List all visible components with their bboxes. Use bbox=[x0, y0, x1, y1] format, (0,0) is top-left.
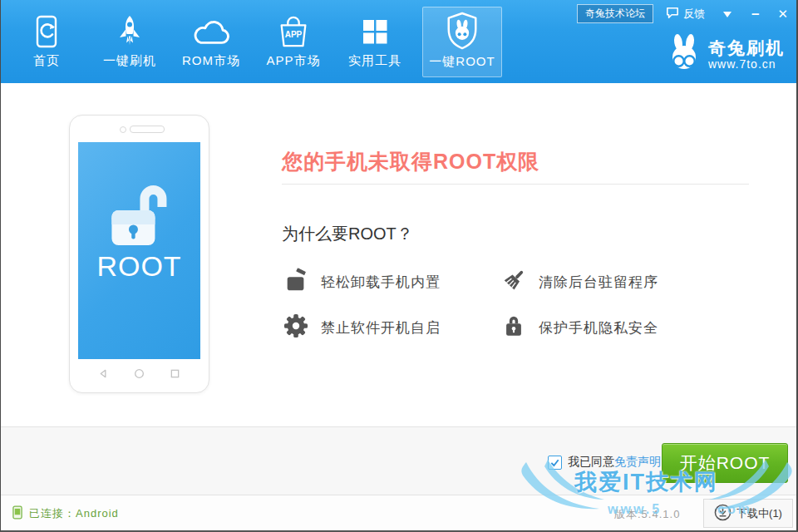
nav-flash[interactable]: 一键刷机 bbox=[90, 7, 170, 77]
feature-label: 保护手机隐私安全 bbox=[539, 318, 658, 337]
nav-label: APP市场 bbox=[254, 53, 333, 69]
nav-home[interactable]: 首页 bbox=[7, 7, 86, 77]
connection-status: 已连接：Android bbox=[12, 505, 119, 522]
titlebar-controls: 奇兔技术论坛 反馈 – ✕ bbox=[577, 4, 788, 23]
brand-logo: 奇兔刷机 www.7to.cn bbox=[667, 33, 785, 76]
lock-icon bbox=[501, 313, 526, 342]
phone-illustration: ROOT bbox=[69, 115, 209, 393]
close-button[interactable]: ✕ bbox=[777, 7, 788, 22]
phone-screen: ROOT bbox=[78, 142, 200, 359]
connected-phone-icon bbox=[12, 505, 22, 522]
agree-checkbox[interactable] bbox=[548, 456, 562, 470]
android-nav-buttons bbox=[70, 367, 209, 382]
disclaimer-link[interactable]: 免责声明 bbox=[614, 455, 661, 470]
nav-tools[interactable]: 实用工具 bbox=[335, 7, 415, 77]
divider-line bbox=[282, 184, 749, 185]
back-icon bbox=[98, 367, 109, 382]
tools-grid-icon bbox=[335, 7, 415, 50]
gear-icon bbox=[283, 313, 308, 342]
feature-autostart: 禁止软件开机自启 bbox=[283, 313, 441, 342]
download-icon bbox=[714, 504, 732, 524]
speech-bubble-icon bbox=[666, 7, 679, 22]
nav-label: 一键ROOT bbox=[423, 54, 501, 70]
broom-icon bbox=[501, 268, 526, 296]
nav-label: 一键刷机 bbox=[90, 53, 170, 69]
nav-label: 首页 bbox=[7, 53, 86, 69]
feature-clean: 清除后台驻留程序 bbox=[501, 268, 658, 296]
main-content: ROOT 您的手机未 bbox=[1, 83, 796, 426]
svg-text:APP: APP bbox=[285, 30, 303, 39]
forum-button[interactable]: 奇兔技术论坛 bbox=[577, 4, 653, 23]
page-title: 您的手机未取得ROOT权限 bbox=[282, 148, 539, 175]
download-status-button[interactable]: 下载中(1) bbox=[703, 499, 793, 528]
agree-label: 我已同意 bbox=[568, 455, 614, 470]
nav-one-key-root[interactable]: 一键ROOT bbox=[422, 7, 502, 77]
phone-camera-dot bbox=[120, 126, 126, 133]
brand-name: 奇兔刷机 bbox=[708, 38, 785, 57]
feature-privacy: 保护手机隐私安全 bbox=[501, 313, 658, 342]
nav-label: ROM市场 bbox=[171, 53, 251, 69]
feature-label: 清除后台驻留程序 bbox=[539, 273, 658, 292]
version-label: 版本:5.4.1.0 bbox=[614, 507, 680, 522]
status-bar: 已连接：Android 版本:5.4.1.0 下载中(1) bbox=[1, 495, 796, 530]
why-root-heading: 为什么要ROOT？ bbox=[282, 223, 413, 245]
shield-rabbit-icon bbox=[423, 7, 501, 51]
download-label: 下载中(1) bbox=[736, 506, 782, 521]
rocket-icon bbox=[90, 7, 170, 50]
phone-speaker-slot bbox=[130, 126, 165, 133]
nav-rom-market[interactable]: ROM市场 bbox=[171, 7, 251, 77]
chevron-down-icon[interactable] bbox=[723, 12, 732, 22]
unlock-icon bbox=[106, 177, 178, 254]
header-bar: 首页 一键刷机 bbox=[1, 0, 796, 83]
rabbit-logo-icon bbox=[667, 33, 702, 76]
agree-row: 我已同意 免责声明 bbox=[548, 455, 661, 470]
nav-app-market[interactable]: APP APP市场 bbox=[254, 7, 333, 77]
feature-label: 禁止软件开机自启 bbox=[321, 318, 441, 337]
cloud-icon bbox=[171, 7, 251, 50]
action-bar: 我已同意 免责声明 开始ROOT bbox=[1, 426, 796, 495]
brand-url: www.7to.cn bbox=[708, 57, 785, 71]
recent-square-icon bbox=[170, 367, 180, 382]
home-circle-icon bbox=[134, 367, 145, 382]
app-window: 首页 一键刷机 bbox=[0, 0, 798, 532]
app-bag-icon: APP bbox=[254, 7, 333, 50]
start-root-button[interactable]: 开始ROOT bbox=[662, 443, 788, 483]
feedback-label: 反馈 bbox=[683, 7, 705, 22]
connection-text: 已连接：Android bbox=[29, 506, 119, 521]
phone-screen-label: ROOT bbox=[78, 250, 200, 283]
feedback-button[interactable]: 反馈 bbox=[666, 7, 705, 22]
home-refresh-icon bbox=[7, 7, 86, 50]
uninstall-icon bbox=[283, 268, 308, 296]
nav-label: 实用工具 bbox=[335, 53, 415, 69]
minimize-button[interactable]: – bbox=[751, 8, 759, 20]
feature-label: 轻松卸载手机内置 bbox=[321, 273, 441, 292]
feature-uninstall: 轻松卸载手机内置 bbox=[283, 268, 441, 296]
